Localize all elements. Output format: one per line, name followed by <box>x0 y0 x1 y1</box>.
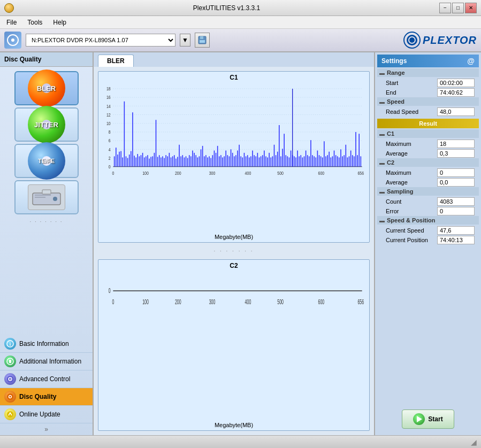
svg-point-17 <box>7 393 13 400</box>
svg-rect-55 <box>124 102 125 167</box>
svg-rect-131 <box>250 156 251 166</box>
drive-select[interactable]: N:PLEXTOR DVDR PX-L890SA 1.07 <box>26 34 175 47</box>
c1-chart-title: C1 <box>101 74 367 81</box>
svg-rect-154 <box>289 158 290 167</box>
svg-rect-64 <box>139 156 140 166</box>
svg-rect-90 <box>182 155 184 167</box>
current-pos-row: Current Position 74:40:13 <box>377 235 479 245</box>
count-label: Count <box>386 198 401 205</box>
svg-rect-117 <box>227 155 228 167</box>
svg-rect-60 <box>132 112 133 167</box>
drive-eject-button[interactable] <box>14 180 79 214</box>
maximize-button[interactable]: □ <box>452 3 464 13</box>
c2-chart-area: 0 0 100 200 300 400 500 600 656 <box>101 271 367 421</box>
speed-label: Speed <box>387 98 404 105</box>
charts-area: C1 18 16 14 12 10 8 6 4 2 0 <box>94 67 374 435</box>
c2-collapse-btn[interactable]: ▬ <box>379 160 385 166</box>
svg-rect-178 <box>329 152 330 167</box>
online-update-label: Online Update <box>19 411 60 418</box>
svg-rect-81 <box>167 156 169 166</box>
c2-chart-container: C2 0 0 100 200 300 400 500 600 <box>98 259 370 431</box>
svg-rect-183 <box>337 156 338 166</box>
sidebar-item-disc-quality[interactable]: Disc Quality <box>0 388 93 406</box>
c1-chart-container: C1 18 16 14 12 10 8 6 4 2 0 <box>98 71 370 243</box>
jitter-button[interactable]: JITTER <box>14 107 79 142</box>
svg-rect-50 <box>116 148 117 167</box>
c1-result-label: C1 <box>387 130 394 137</box>
minimize-button[interactable]: − <box>439 3 451 13</box>
svg-rect-110 <box>216 153 217 167</box>
svg-text:400: 400 <box>245 170 251 176</box>
nav-scroll-arrow[interactable]: » <box>0 423 93 435</box>
svg-rect-69 <box>147 155 148 167</box>
drive-icon <box>4 32 21 49</box>
svg-rect-182 <box>335 155 337 167</box>
menu-file[interactable]: File <box>2 18 21 27</box>
speed-collapse-btn[interactable]: ▬ <box>379 99 385 105</box>
settings-at-icon[interactable]: @ <box>467 57 475 65</box>
svg-rect-164 <box>306 151 307 167</box>
speed-pos-collapse-btn[interactable]: ▬ <box>379 218 385 223</box>
svg-text:100: 100 <box>142 298 149 306</box>
sidebar-item-online-update[interactable]: Online Update <box>0 406 93 423</box>
start-button-label: Start <box>428 415 442 423</box>
tefe-button[interactable]: TE/FE <box>14 144 79 178</box>
sidebar-item-additional-information[interactable]: Additional Information <box>0 353 93 370</box>
svg-rect-174 <box>322 158 323 167</box>
svg-rect-171 <box>317 151 318 167</box>
start-button[interactable]: Start <box>402 410 454 429</box>
svg-text:300: 300 <box>209 298 216 306</box>
menu-tools[interactable]: Tools <box>23 18 47 27</box>
c1-collapse-btn[interactable]: ▬ <box>379 131 385 137</box>
svg-text:200: 200 <box>175 298 181 306</box>
title-bar-left <box>4 3 14 13</box>
svg-point-16 <box>10 379 11 380</box>
sampling-section: ▬ Sampling <box>377 187 479 196</box>
c1-avg-row: Average 0,3 <box>377 149 479 158</box>
divider-dots: · · · · · · · <box>98 247 370 255</box>
svg-rect-105 <box>207 158 208 167</box>
svg-rect-136 <box>259 158 260 167</box>
result-header: Result <box>377 119 479 128</box>
sampling-collapse-btn[interactable]: ▬ <box>379 189 385 195</box>
svg-rect-4 <box>200 40 205 43</box>
window-title: PlexUTILITIES v1.3.3.1 <box>14 4 439 12</box>
svg-rect-91 <box>184 158 185 167</box>
sidebar-item-advanced-control[interactable]: Advanced Control <box>0 370 93 388</box>
svg-rect-68 <box>146 156 147 166</box>
bler-button[interactable]: BLER <box>14 71 79 105</box>
svg-rect-123 <box>237 151 238 167</box>
range-label: Range <box>387 69 405 76</box>
c2-avg-label: Average <box>386 179 408 186</box>
start-label: Start <box>386 80 398 86</box>
svg-rect-118 <box>229 156 230 166</box>
basic-info-icon: i <box>4 338 16 350</box>
main-area: Disc Quality BLER JITTER TE <box>0 52 481 435</box>
save-button[interactable] <box>195 33 210 48</box>
svg-rect-76 <box>159 155 160 167</box>
read-speed-row: Read Speed 48,0 <box>377 107 479 117</box>
c2-avg-row: Average 0,0 <box>377 177 479 187</box>
svg-rect-86 <box>175 159 177 167</box>
svg-text:500: 500 <box>277 170 284 176</box>
svg-rect-106 <box>209 156 210 166</box>
basic-information-label: Basic Information <box>19 340 69 347</box>
svg-rect-196 <box>358 134 360 167</box>
current-pos-label: Current Position <box>386 237 428 243</box>
range-collapse-btn[interactable]: ▬ <box>379 70 385 76</box>
svg-text:2: 2 <box>109 155 111 161</box>
disc-quality-icon <box>4 391 16 403</box>
c2-avg-value: 0,0 <box>437 178 475 187</box>
c1-avg-label: Average <box>386 150 408 157</box>
menu-help[interactable]: Help <box>49 18 71 27</box>
svg-rect-152 <box>285 155 286 167</box>
svg-point-1 <box>11 38 14 42</box>
tab-bler[interactable]: BLER <box>98 55 134 67</box>
resize-handle[interactable]: ◢ <box>471 438 477 446</box>
svg-rect-172 <box>319 155 320 167</box>
end-value: 74:40:62 <box>437 88 475 97</box>
close-button[interactable]: ✕ <box>465 3 477 13</box>
drive-dropdown-button[interactable]: ▼ <box>180 34 190 47</box>
sidebar-item-basic-information[interactable]: i Basic Information <box>0 335 93 353</box>
sidebar: Disc Quality BLER JITTER TE <box>0 52 94 435</box>
